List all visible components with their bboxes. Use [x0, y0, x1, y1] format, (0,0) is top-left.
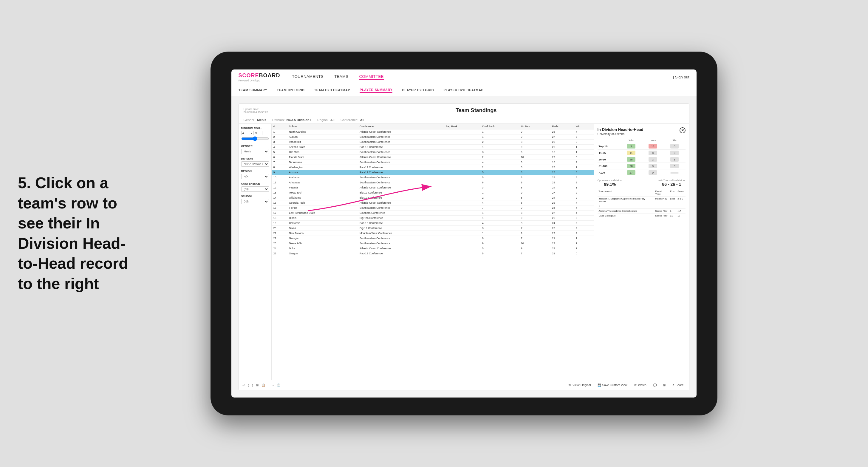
gender-filter-label: Gender	[241, 145, 269, 148]
division-filter-label: Division	[241, 157, 269, 160]
table-row[interactable]: 20 Texas Big 12 Conference 3 7 20 2	[272, 226, 594, 231]
sign-out-button[interactable]: | Sign out	[673, 75, 689, 79]
conference-value: All	[360, 118, 364, 122]
table-row[interactable]: 25 Oregon Pac-12 Conference 5 7 21 0	[272, 251, 594, 256]
table-row[interactable]: 23 Texas A&M Southeastern Conference 9 1…	[272, 241, 594, 246]
region-select[interactable]: N/A	[241, 174, 269, 179]
tournament-row: Cabo Collegiate Stroke Play 11 17	[597, 214, 685, 218]
tournament-row: 1	[597, 204, 685, 209]
min-rounds-min-input[interactable]	[241, 131, 250, 135]
undo-icon[interactable]: ↩	[242, 383, 245, 387]
table-row[interactable]: 13 Texas Tech Big 12 Conference 1 9 27 2	[272, 190, 594, 195]
division-value: NCAA Division I	[286, 118, 311, 122]
opponents-stat: Opponents in division: 99.1%	[597, 179, 623, 187]
table-row[interactable]: 2 Auburn Southeastern Conference 1 9 27 …	[272, 134, 594, 139]
bottom-toolbar: ↩ ⟨ ⟩ ⊞ 📋 + - 🕐 👁 View: Original	[239, 380, 689, 390]
h2h-row: 11-25 11 8 0	[597, 150, 685, 156]
gender-value: Men's	[257, 118, 266, 122]
table-row[interactable]: 5 Ole Miss Southeastern Conference 3 6 1…	[272, 150, 594, 155]
brand-logo: SCOREBOARD	[239, 72, 280, 79]
content-panel: Update time: 27/03/2024 15:56:26 Team St…	[239, 103, 689, 391]
h2h-table-header: Win Loss Tie	[597, 138, 685, 143]
table-row[interactable]: 17 East Tennessee State Southern Confere…	[272, 211, 594, 216]
table-row[interactable]: 8 Washington Pac-12 Conference 2 8 23 1	[272, 165, 594, 170]
h2h-row: 51-100 20 3 0	[597, 163, 685, 169]
share-icon: ↗	[672, 383, 675, 387]
table-row[interactable]: 14 Oklahoma Big 12 Conference 2 8 24 2	[272, 195, 594, 200]
table-row[interactable]: 11 Arkansas Southeastern Conference 6 8 …	[272, 180, 594, 185]
table-row[interactable]: 16 Florida Southeastern Conference 7 9 2…	[272, 206, 594, 211]
table-row[interactable]: 3 Vanderbilt Southeastern Conference 2 8…	[272, 139, 594, 145]
tablet-device: SCOREBOARD Powered by clippd TOURNAMENTS…	[211, 52, 717, 415]
table-row[interactable]: 15 Georgia Tech Atlantic Coast Conferenc…	[272, 200, 594, 206]
h2h-title: In Division Head-to-Head	[597, 127, 644, 132]
save-icon: 💾	[597, 383, 601, 387]
sub-nav-player-h2h-grid[interactable]: PLAYER H2H GRID	[402, 88, 434, 92]
conference-select[interactable]: (All)	[241, 186, 269, 192]
table-row[interactable]: 19 California Pac-12 Conference 4 8 24 2	[272, 221, 594, 226]
sub-nav-team-h2h-grid[interactable]: TEAM H2H GRID	[277, 88, 305, 92]
table-row[interactable]: 9 Arizona Pac-12 Conference 5 8 25 3	[272, 170, 594, 175]
copy-icon[interactable]: ⊞	[256, 383, 258, 387]
school-filter-label: School	[241, 195, 269, 198]
table-row[interactable]: 10 Alabama Southeastern Conference 5 8 2…	[272, 175, 594, 180]
table-row[interactable]: 21 New Mexico Mountain West Conference 1…	[272, 231, 594, 236]
main-content: Update time: 27/03/2024 15:56:26 Team St…	[231, 96, 696, 398]
col-reg-rank: Reg Rank	[444, 124, 480, 129]
tournament-row: Jackson T. Stephens Cup Men's Match-Play…	[597, 196, 685, 204]
nav-committee[interactable]: COMMITTEE	[359, 74, 384, 80]
region-filter-display: Region: All	[317, 118, 335, 122]
table-row[interactable]: 4 Arizona State Pac-12 Conference 1 9 26…	[272, 145, 594, 150]
sub-nav-player-summary[interactable]: PLAYER SUMMARY	[360, 88, 393, 93]
tournament-row: Arizona Thunderbirds Intercollegiate Str…	[597, 209, 685, 214]
school-group: School (All)	[241, 195, 269, 204]
share-btn[interactable]: ↗ Share	[670, 383, 685, 387]
division-select[interactable]: NCAA Division I	[241, 161, 269, 167]
conference-group: Conference (All)	[241, 182, 269, 192]
paste-icon[interactable]: 📋	[261, 383, 265, 387]
panel-top: Update time: 27/03/2024 15:56:26 Team St…	[239, 104, 689, 116]
tournament-col-label: Tournament	[597, 189, 654, 196]
save-custom-btn[interactable]: 💾 Save Custom View	[596, 383, 629, 387]
view-original-btn[interactable]: 👁 View: Original	[566, 383, 593, 387]
sub-nav-team-summary[interactable]: TEAM SUMMARY	[239, 88, 268, 92]
watch-btn[interactable]: 👁 Watch	[632, 383, 648, 387]
h2h-col-win: Win	[620, 138, 642, 143]
tournament-header: Tournament Event Type Pos Score	[597, 189, 685, 196]
table-row[interactable]: 24 Duke Atlantic Coast Conference 5 9 27…	[272, 246, 594, 251]
brand-area: SCOREBOARD Powered by clippd	[239, 72, 280, 82]
school-select[interactable]: (All)	[241, 199, 269, 204]
col-school: School	[287, 124, 358, 129]
sub-nav-team-h2h-heatmap[interactable]: TEAM H2H HEATMAP	[314, 88, 350, 92]
table-row[interactable]: 12 Virginia Atlantic Coast Conference 3 …	[272, 185, 594, 190]
table-row[interactable]: 18 Illinois Big Ten Conference 1 9 26 3	[272, 216, 594, 221]
table-area: # School Conference Reg Rank Conf Rank N…	[272, 124, 594, 386]
clock-icon[interactable]: 🕐	[277, 383, 280, 387]
min-rounds-slider[interactable]	[241, 136, 269, 141]
add-icon[interactable]: +	[268, 383, 270, 387]
nav-teams[interactable]: TEAMS	[334, 74, 348, 80]
comment-btn[interactable]: 💬	[651, 383, 658, 387]
table-row[interactable]: 6 Florida State Atlantic Coast Conferenc…	[272, 155, 594, 160]
sub-nav-player-h2h-heatmap[interactable]: PLAYER H2H HEATMAP	[443, 88, 483, 92]
grid-btn[interactable]: ⊞	[661, 383, 667, 387]
h2h-close-button[interactable]: ✕	[680, 127, 685, 133]
table-header-row: # School Conference Reg Rank Conf Rank N…	[272, 124, 594, 129]
h2h-col-loss: Loss	[642, 138, 664, 143]
standings-table: # School Conference Reg Rank Conf Rank N…	[272, 124, 594, 256]
redo-left-icon[interactable]: ⟨	[248, 383, 249, 387]
h2h-row: >100 27 0	[597, 169, 685, 176]
table-row[interactable]: 22 Georgia Southeastern Conference 8 7 2…	[272, 236, 594, 241]
region-value: All	[330, 118, 335, 122]
gender-select[interactable]: Men's	[241, 149, 269, 154]
min-rounds-max-input[interactable]	[253, 131, 262, 135]
redo-right-icon[interactable]: ⟩	[252, 383, 253, 387]
nav-left: SCOREBOARD Powered by clippd TOURNAMENTS…	[239, 72, 384, 82]
nav-tournaments[interactable]: TOURNAMENTS	[292, 74, 324, 80]
table-row[interactable]: 7 Tennessee Southeastern Conference 4 6 …	[272, 160, 594, 165]
wl-value: 86 - 26 - 1	[658, 182, 685, 187]
table-row[interactable]: 1 North Carolina Atlantic Coast Conferen…	[272, 129, 594, 134]
col-conf-rank: Conf Rank	[480, 124, 519, 129]
minus-icon[interactable]: -	[273, 383, 273, 387]
tablet-screen: SCOREBOARD Powered by clippd TOURNAMENTS…	[231, 69, 696, 398]
